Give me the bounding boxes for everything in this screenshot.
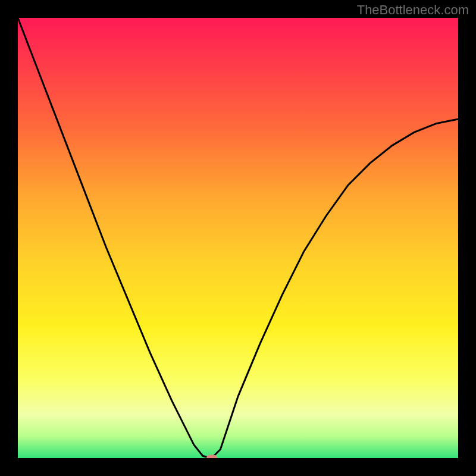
- curve-svg: [18, 18, 458, 458]
- optimum-marker: [206, 455, 217, 459]
- chart-frame: TheBottleneck.com: [0, 0, 476, 476]
- plot-area: [18, 18, 458, 458]
- bottleneck-curve: [18, 18, 458, 458]
- watermark-text: TheBottleneck.com: [357, 2, 469, 18]
